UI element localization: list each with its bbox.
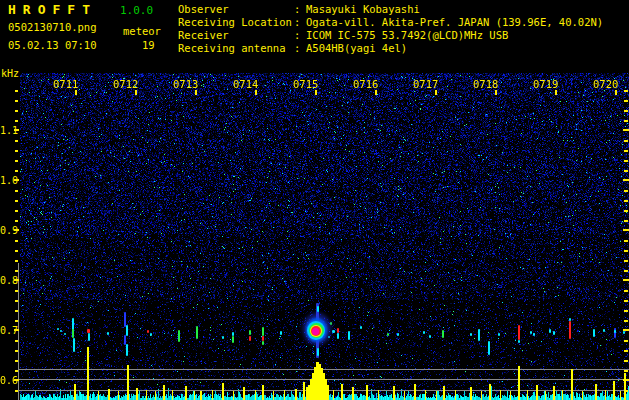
minute-tick (375, 90, 377, 95)
minute-tick (555, 90, 557, 95)
meteor-echo-mark (107, 332, 109, 335)
output-filename: 0502130710.png (8, 22, 97, 33)
info-label: Observer (178, 4, 294, 15)
signal-spike (295, 389, 297, 400)
meteor-echo-mark (249, 336, 251, 341)
freq-minor-tick (624, 240, 628, 242)
freq-minor-tick (624, 140, 628, 142)
meteor-echo-mark (530, 331, 532, 334)
info-value: A504HB(yagi 4el) (306, 43, 407, 54)
minute-tick (495, 90, 497, 95)
meteor-echo-mark (533, 333, 535, 336)
meteor-echo-mark (593, 329, 595, 337)
signal-spike (425, 390, 426, 400)
freq-major-tick (14, 329, 19, 331)
signal-spike (333, 390, 334, 400)
app-version: 1.0.0 (120, 5, 153, 16)
info-row-observer: Observer:Masayuki Kobayashi (178, 4, 420, 15)
noise-level-bump (600, 393, 602, 400)
freq-minor-tick (15, 170, 18, 172)
freq-minor-tick (15, 90, 18, 92)
meteor-echo-mark (232, 336, 234, 343)
meteor-echo-mark (147, 330, 149, 333)
meteor-echo-mark (348, 331, 350, 340)
info-label: Receiving Location (178, 17, 294, 28)
meteor-echo-mark (518, 325, 520, 340)
minute-tick (135, 90, 137, 95)
time-label: 0715 (293, 79, 318, 90)
time-label: 0712 (113, 79, 138, 90)
meteor-echo-mark (478, 329, 480, 341)
freq-minor-tick (624, 110, 628, 112)
meteor-echo-mark (222, 336, 224, 339)
meteor-echo-mark (178, 330, 180, 342)
signal-spike (136, 388, 138, 400)
freq-major-tick (14, 129, 19, 131)
time-label: 0717 (413, 79, 438, 90)
freq-tick-label: 0.6 (0, 375, 14, 386)
freq-minor-tick (624, 210, 628, 212)
freq-minor-tick (15, 350, 18, 352)
freq-minor-tick (15, 160, 18, 162)
signal-spike (510, 391, 511, 400)
freq-minor-tick (624, 310, 628, 312)
freq-tick-label: 0.9 (0, 225, 14, 236)
meteor-echo-mark (498, 333, 500, 336)
signal-spike (273, 391, 274, 400)
noise-level-bump (299, 392, 301, 400)
time-label: 0716 (353, 79, 378, 90)
signal-spike (185, 386, 187, 400)
freq-minor-tick (15, 250, 18, 252)
big-meteor-echo-layer (317, 306, 319, 312)
signal-spike (470, 387, 472, 400)
signal-spike (352, 387, 354, 400)
freq-minor-tick (15, 190, 18, 192)
freq-minor-tick (624, 170, 628, 172)
meteor-echo-mark (249, 330, 251, 335)
info-label: Receiving antenna (178, 43, 294, 54)
freq-major-tick (623, 229, 629, 231)
signal-spike (624, 373, 626, 400)
signal-spike (98, 391, 99, 400)
freq-major-tick (623, 129, 629, 131)
minute-tick (435, 90, 437, 95)
freq-minor-tick (624, 340, 628, 342)
noise-level-bump (533, 392, 535, 400)
meteor-echo-mark (603, 329, 605, 332)
meteor-echo-mark (397, 333, 399, 336)
freq-minor-tick (624, 290, 628, 292)
minute-tick (195, 90, 197, 95)
info-value: Ogata-vill. Akita-Pref. JAPAN (139.96E, … (306, 17, 603, 28)
big-meteor-echo-layer (312, 328, 319, 335)
freq-minor-tick (624, 190, 628, 192)
meteor-echo-mark (57, 328, 59, 330)
freq-minor-tick (624, 100, 628, 102)
info-row-location: Receiving Location:Ogata-vill. Akita-Pre… (178, 17, 603, 28)
spectrogram-noise-field (20, 73, 629, 400)
freq-minor-tick (624, 360, 628, 362)
meteor-echo-mark (429, 335, 431, 338)
signal-spike (489, 384, 491, 400)
signal-spike (194, 391, 195, 400)
time-label: 0720 (593, 79, 618, 90)
signal-spike (613, 381, 615, 400)
time-label: 0713 (173, 79, 198, 90)
freq-minor-tick (15, 120, 18, 122)
signal-spike (118, 391, 119, 400)
meteor-echo-mark (72, 329, 74, 338)
freq-minor-tick (624, 150, 628, 152)
mode-label: meteor (123, 26, 161, 37)
signal-spike (404, 391, 405, 400)
signal-spike (536, 385, 538, 400)
freq-minor-tick (15, 290, 18, 292)
signal-spike (233, 391, 234, 400)
freq-major-tick (14, 379, 19, 381)
freq-minor-tick (15, 270, 18, 272)
signal-spike (527, 390, 528, 400)
meteor-echo-mark (614, 330, 616, 333)
meteor-echo-mark (553, 331, 555, 335)
signal-spike (481, 391, 482, 400)
freq-minor-tick (624, 120, 628, 122)
meteor-echo-mark (60, 330, 62, 332)
freq-minor-tick (15, 100, 18, 102)
